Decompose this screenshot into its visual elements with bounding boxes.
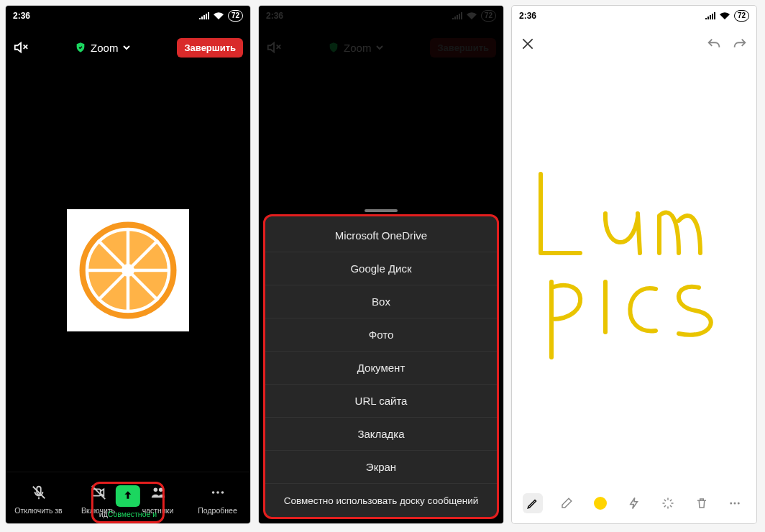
close-icon <box>521 37 535 51</box>
whiteboard-canvas[interactable] <box>512 66 756 483</box>
lightning-icon <box>628 497 641 510</box>
battery-badge: 72 <box>228 10 243 22</box>
signal-icon <box>705 12 715 19</box>
sheet-handle[interactable] <box>365 209 398 212</box>
more-icon <box>728 497 741 510</box>
share-highlight: идСовместное и <box>91 482 165 523</box>
pen-icon <box>526 497 539 510</box>
share-button[interactable]: идСовместное и <box>99 485 157 518</box>
orange-avatar-icon <box>74 216 182 324</box>
battery-badge: 72 <box>734 10 749 22</box>
magic-tool[interactable] <box>658 493 678 513</box>
trash-button[interactable] <box>692 493 712 513</box>
share-option-screen[interactable]: Экран <box>265 451 497 484</box>
shield-icon <box>75 42 86 53</box>
share-option-box[interactable]: Box <box>265 285 497 318</box>
spotlight-tool[interactable] <box>624 493 644 513</box>
video-area[interactable] <box>6 69 250 472</box>
phone-zoom-call: 2:36 72 Zoom Завершить <box>6 6 250 523</box>
share-option-bookmark[interactable]: Закладка <box>265 418 497 451</box>
svg-point-13 <box>738 503 740 505</box>
whiteboard-header <box>512 26 756 66</box>
zoom-title-dropdown[interactable]: Zoom <box>75 42 131 54</box>
share-option-document[interactable]: Документ <box>265 352 497 385</box>
close-button[interactable] <box>521 37 535 55</box>
eraser-icon <box>560 497 573 510</box>
svg-point-8 <box>211 491 214 494</box>
share-up-icon <box>122 490 134 503</box>
share-option-gdrive[interactable]: Google Диск <box>265 252 497 285</box>
more-icon <box>210 485 226 500</box>
sparkle-icon <box>661 497 674 510</box>
status-time: 2:36 <box>519 11 536 21</box>
share-option-onedrive[interactable]: Microsoft OneDrive <box>265 219 497 252</box>
phone-whiteboard: 2:36 72 <box>512 6 756 523</box>
drawing <box>512 66 756 469</box>
zoom-bottom-bar: Отключить зв Включить идСовместное и час… <box>6 472 250 523</box>
mic-off-icon <box>31 485 47 500</box>
signal-icon <box>199 12 209 19</box>
zoom-title-label: Zoom <box>91 42 118 54</box>
avatar <box>67 209 189 331</box>
mute-button[interactable]: Отключить зв <box>9 482 68 515</box>
redo-button[interactable] <box>732 37 748 55</box>
redo-icon <box>732 37 748 52</box>
undo-button[interactable] <box>706 37 722 55</box>
whiteboard-toolbar <box>512 483 756 523</box>
wifi-icon <box>720 12 730 19</box>
wifi-icon <box>214 12 224 19</box>
color-picker[interactable] <box>590 493 610 513</box>
share-option-whiteboard[interactable]: Совместно использовать доску сообщений <box>265 484 497 517</box>
more-button[interactable] <box>725 493 745 513</box>
zoom-header: Zoom Завершить <box>6 26 250 69</box>
status-bar: 2:36 72 <box>6 6 250 26</box>
chevron-down-icon <box>122 43 131 52</box>
phone-share-sheet: 2:36 72 Zoom Завершить Microsoft OneDriv… <box>259 6 503 523</box>
end-call-button[interactable]: Завершить <box>177 38 243 58</box>
share-sheet: Microsoft OneDrive Google Диск Box Фото … <box>263 214 499 519</box>
svg-point-10 <box>221 491 224 494</box>
svg-point-9 <box>216 491 219 494</box>
svg-point-12 <box>734 503 736 505</box>
status-bar: 2:36 72 <box>512 6 756 26</box>
share-option-url[interactable]: URL сайта <box>265 385 497 418</box>
pen-tool[interactable] <box>523 493 543 513</box>
color-swatch-icon <box>594 497 607 510</box>
more-button[interactable]: Подробнее <box>188 482 247 515</box>
svg-point-3 <box>122 264 134 277</box>
trash-icon <box>695 497 708 510</box>
share-option-photo[interactable]: Фото <box>265 318 497 352</box>
undo-icon <box>706 37 722 52</box>
eraser-tool[interactable] <box>556 493 577 513</box>
status-time: 2:36 <box>13 11 30 21</box>
svg-point-11 <box>730 503 733 505</box>
speaker-muted-icon[interactable] <box>13 40 29 55</box>
